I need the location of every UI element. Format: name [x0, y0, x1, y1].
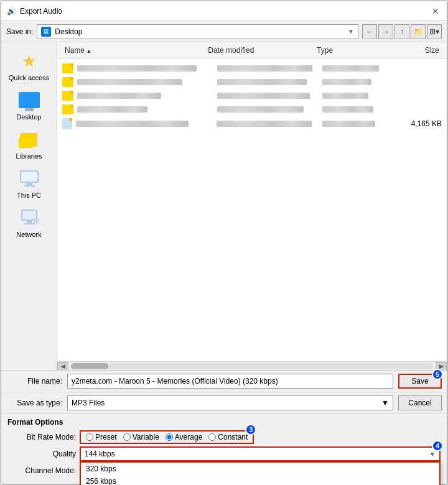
- dialog-icon: 🔊: [6, 6, 16, 16]
- radio-preset-input[interactable]: [86, 433, 93, 441]
- table-row[interactable]: [57, 89, 447, 103]
- col-header-name[interactable]: Name: [62, 45, 205, 56]
- dropdown-arrow-icon: ▼: [348, 28, 354, 35]
- file-name-cell: [77, 105, 217, 114]
- radio-preset[interactable]: Preset: [86, 433, 117, 441]
- scrollbar-track[interactable]: [71, 363, 433, 369]
- radio-constant[interactable]: Constant: [208, 433, 248, 441]
- format-options-section: Format Options Bit Rate Mode: 3 Preset V…: [1, 413, 447, 484]
- save-in-value: Desktop: [55, 27, 348, 36]
- save-in-dropdown[interactable]: 🖥 Desktop ▼: [37, 24, 358, 39]
- quality-option-320[interactable]: 320 kbps: [81, 463, 439, 475]
- bitrate-label: Bit Rate Mode:: [7, 433, 76, 441]
- table-row[interactable]: [57, 103, 447, 116]
- savetype-value: MP3 Files: [72, 399, 381, 407]
- file-list-area: Name Date modified Type Size: [57, 42, 447, 370]
- format-options-title: Format Options: [7, 418, 441, 427]
- savetype-row: Save as type: MP3 Files ▼ Cancel: [1, 392, 447, 413]
- radio-constant-input[interactable]: [208, 433, 216, 441]
- scroll-left-arrow[interactable]: ◀: [57, 362, 68, 371]
- quality-label: Quality: [7, 450, 76, 458]
- computer-icon: [18, 167, 40, 190]
- svg-rect-6: [26, 183, 32, 185]
- file-icon: [62, 118, 72, 129]
- svg-rect-5: [21, 172, 37, 182]
- table-row[interactable]: [57, 62, 447, 75]
- file-name-cell: [77, 64, 217, 73]
- export-audio-dialog: 🔊 Export Audio ✕ Save in: 🖥 Desktop ▼ ← …: [1, 1, 447, 484]
- sidebar-item-desktop[interactable]: Desktop: [1, 85, 57, 124]
- sidebar-label-desktop: Desktop: [16, 113, 41, 121]
- file-name-cell: [77, 91, 217, 100]
- svg-rect-7: [24, 185, 35, 187]
- radio-average[interactable]: Average: [166, 433, 202, 441]
- desktop-sidebar-icon: [18, 89, 40, 111]
- folder-icon: [62, 91, 73, 101]
- horizontal-scrollbar[interactable]: ◀ ▶: [57, 361, 447, 370]
- desktop-icon: 🖥: [41, 27, 51, 37]
- sidebar-item-this-pc[interactable]: This PC: [1, 164, 57, 203]
- quality-badge: 4: [432, 440, 443, 451]
- file-date-cell: [217, 64, 322, 73]
- back-button[interactable]: ←: [362, 24, 377, 39]
- radio-average-input[interactable]: [166, 433, 173, 441]
- table-row[interactable]: [57, 75, 447, 89]
- savetype-arrow-icon: ▼: [381, 399, 389, 407]
- file-date-cell: [217, 105, 322, 114]
- col-header-size[interactable]: Size: [388, 45, 442, 56]
- file-list-body: 4,165 KB: [57, 59, 447, 361]
- file-date-cell: [217, 91, 322, 100]
- table-row[interactable]: 4,165 KB: [57, 116, 447, 131]
- dialog-title: Export Audio: [20, 7, 429, 16]
- savetype-dropdown[interactable]: MP3 Files ▼: [67, 395, 393, 410]
- quality-dropdown-arrow-icon: ▼: [429, 451, 436, 458]
- quality-dropdown-container: 4 144 kbps ▼ 320 kbps 256 kbps 224 kbps …: [80, 446, 441, 461]
- radio-variable-input[interactable]: [123, 433, 131, 441]
- radio-preset-label: Preset: [95, 433, 117, 441]
- file-type-cell: [322, 105, 393, 114]
- svg-rect-3: [20, 134, 36, 147]
- quality-option-256[interactable]: 256 kbps: [81, 475, 439, 485]
- sidebar-item-network[interactable]: Network: [1, 203, 57, 242]
- scrollbar-thumb[interactable]: [71, 363, 108, 369]
- close-button[interactable]: ✕: [429, 5, 442, 17]
- quality-selected-value: 144 kbps: [85, 450, 429, 458]
- main-area: ★ Quick access Desktop: [1, 42, 447, 370]
- save-badge: 5: [432, 369, 443, 380]
- file-name-cell: [76, 119, 217, 128]
- sidebar-item-quick-access[interactable]: ★ Quick access: [1, 46, 57, 85]
- libraries-icon: [18, 128, 40, 150]
- sidebar-label-network: Network: [16, 231, 41, 238]
- savetype-label: Save as type:: [6, 399, 62, 407]
- save-button[interactable]: Save 5: [398, 374, 442, 389]
- forward-button[interactable]: →: [378, 24, 393, 39]
- file-size-cell: 4,165 KB: [393, 119, 442, 128]
- file-type-cell: [322, 64, 393, 73]
- folder-icon: [62, 63, 73, 73]
- filename-label: File name:: [6, 377, 62, 386]
- cancel-button[interactable]: Cancel: [398, 395, 442, 410]
- bitrate-mode-row: Bit Rate Mode: 3 Preset Variable Average: [7, 430, 441, 444]
- save-in-label: Save in:: [6, 27, 33, 36]
- col-header-date[interactable]: Date modified: [205, 45, 314, 56]
- network-icon: [18, 206, 40, 229]
- new-folder-button[interactable]: 📁: [411, 24, 426, 39]
- sidebar-label-this-pc: This PC: [17, 192, 41, 199]
- view-button[interactable]: ⊞▾: [427, 24, 442, 39]
- col-header-type[interactable]: Type: [314, 45, 388, 56]
- folder-icon: [62, 104, 73, 114]
- filename-input[interactable]: [67, 374, 393, 389]
- radio-variable[interactable]: Variable: [123, 433, 159, 441]
- svg-rect-12: [24, 223, 35, 224]
- folder-icon: [62, 77, 73, 87]
- sidebar-item-libraries[interactable]: Libraries: [1, 124, 57, 164]
- filename-row: File name: Save 5: [1, 370, 447, 392]
- quality-dropdown-list: 320 kbps 256 kbps 224 kbps 192 kbps 160 …: [80, 461, 441, 485]
- bitrate-radio-group: 3 Preset Variable Average Constant: [80, 430, 254, 444]
- quality-dropdown[interactable]: 4 144 kbps ▼: [80, 446, 441, 461]
- up-button[interactable]: ↑: [394, 24, 409, 39]
- bitrate-badge: 3: [245, 424, 256, 435]
- channel-mode-label: Channel Mode:: [7, 466, 76, 475]
- svg-rect-10: [27, 221, 32, 223]
- star-icon: ★: [18, 50, 40, 72]
